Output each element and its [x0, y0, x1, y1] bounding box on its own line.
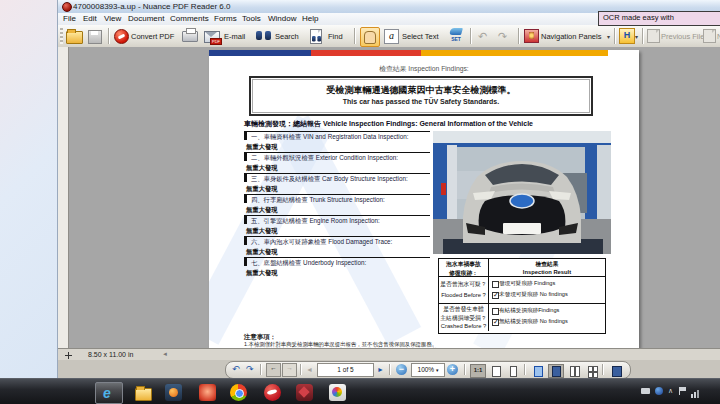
- find-button[interactable]: Find: [328, 32, 343, 41]
- set-tool-icon[interactable]: SET: [448, 28, 464, 42]
- highlight-button[interactable]: H: [619, 28, 635, 44]
- single-page-view-button[interactable]: [530, 364, 546, 378]
- select-text-button[interactable]: Select Text: [402, 32, 439, 41]
- back-icon: ←: [270, 364, 277, 371]
- item-finding: 無重大發現: [246, 227, 277, 236]
- structure-findings-checkbox[interactable]: [492, 308, 499, 315]
- search-button[interactable]: Search: [275, 32, 299, 41]
- undo-icon[interactable]: ↶: [478, 30, 487, 43]
- taskbar-chrome[interactable]: [226, 382, 252, 402]
- item-label: 六、車內泡水可疑跡象檢查 Flood Damaged Trace:: [251, 238, 392, 247]
- continuous-view-button[interactable]: [548, 364, 564, 378]
- separator: [524, 364, 525, 375]
- pan-icon[interactable]: [65, 352, 72, 359]
- rotate-left-icon[interactable]: ↶: [232, 364, 240, 374]
- open-icon[interactable]: [66, 31, 83, 44]
- tray-app-icon[interactable]: [655, 386, 663, 395]
- bracket-icon: [244, 132, 247, 140]
- navigation-panels-icon[interactable]: [524, 29, 539, 43]
- facing-pages-button[interactable]: [566, 364, 582, 378]
- rotate-right-icon[interactable]: ↷: [246, 364, 254, 374]
- continuous-facing-button[interactable]: [584, 364, 600, 378]
- pass-statement-box: 受檢測車輛通過德國萊因中古車安全檢測標準。 This car has passe…: [249, 76, 593, 116]
- item-finding: 無重大發現: [246, 185, 277, 194]
- taskbar-photo-app[interactable]: [195, 382, 221, 402]
- page-indicator-field[interactable]: 1 of 5: [317, 363, 374, 377]
- no-structure-findings-checkbox[interactable]: [492, 319, 499, 326]
- pass-statement-zh: 受檢測車輛通過德國萊因中古車安全檢測標準。: [251, 84, 591, 97]
- crashed-question-zh2: 主結構損壞受損？: [439, 314, 488, 323]
- navigation-panels-caret-icon[interactable]: ▾: [607, 33, 610, 40]
- save-icon[interactable]: [88, 30, 102, 44]
- previous-file-button[interactable]: Previous File: [661, 32, 704, 41]
- menu-forms[interactable]: Forms: [214, 14, 237, 23]
- convert-pdf-button[interactable]: Convert PDF: [131, 32, 174, 41]
- forward-view-button[interactable]: →: [282, 363, 297, 377]
- window-title: 4700008393-a.up - Nuance PDF Reader 6.0: [73, 2, 230, 11]
- previous-page-icon[interactable]: ◄: [306, 366, 313, 373]
- search-icon[interactable]: [256, 31, 271, 41]
- navigation-panels-button[interactable]: Navigation Panels: [541, 32, 601, 41]
- taskbar-app-red[interactable]: [292, 382, 318, 402]
- tray-action-center-icon[interactable]: [679, 386, 687, 395]
- findings-checkbox[interactable]: [492, 281, 499, 288]
- item-label: 二、車輛外觀狀況檢查 Exterior Condition Inspection…: [251, 154, 398, 163]
- menu-window[interactable]: Window: [268, 14, 296, 23]
- page-navigation-bar: ↶ ↷ ← → ◄ 1 of 5 ► − 100% ▾ + 1:1: [225, 361, 631, 379]
- email-button[interactable]: E-mail: [224, 32, 245, 41]
- bottom-strip: ↶ ↷ ← → ◄ 1 of 5 ► − 100% ▾ + 1:1: [58, 360, 720, 378]
- zoom-in-button[interactable]: +: [447, 364, 458, 375]
- next-file-icon[interactable]: [703, 29, 716, 43]
- full-screen-button[interactable]: [608, 364, 624, 378]
- tray-printer-icon[interactable]: [641, 386, 650, 394]
- separator: [518, 28, 519, 44]
- crashed-question-en: Crashed Before ?: [439, 323, 488, 329]
- separator: [108, 28, 109, 44]
- bracket-icon: [244, 258, 247, 266]
- menu-document[interactable]: Document: [128, 14, 164, 23]
- next-page-icon[interactable]: ►: [377, 366, 384, 373]
- menu-file[interactable]: File: [63, 14, 76, 23]
- highlight-caret-icon[interactable]: ▾: [635, 33, 638, 40]
- taskbar-media-player[interactable]: [161, 382, 187, 402]
- tray-show-hidden-icon[interactable]: ∧: [668, 387, 673, 395]
- navigation-panel-edge[interactable]: [58, 47, 69, 348]
- fit-width-button[interactable]: [488, 364, 504, 378]
- pass-statement-en: This car has passed the TÜV Safety Stand…: [251, 98, 591, 105]
- no-findings-checkbox[interactable]: [492, 292, 499, 299]
- redo-icon[interactable]: ↷: [498, 30, 507, 43]
- print-icon[interactable]: [182, 31, 198, 42]
- crashed-question-zh: 是否曾發生車體: [439, 305, 488, 314]
- taskbar-paint-app[interactable]: [325, 382, 351, 402]
- findings-label: 發現可疑痕跡 Findings: [499, 280, 555, 288]
- menu-edit[interactable]: Edit: [83, 14, 97, 23]
- fit-page-button[interactable]: [506, 364, 522, 378]
- taskbar-internet-explorer[interactable]: e: [95, 382, 123, 404]
- hand-tool-button[interactable]: [360, 27, 380, 47]
- structure-findings-label: 有結構受損痕跡Findings: [499, 307, 559, 315]
- inspection-item: 一、車輛資料檢查 VIN and Registration Data Inspe…: [244, 131, 430, 152]
- zoom-out-button[interactable]: −: [396, 364, 407, 375]
- menu-comments[interactable]: Comments: [170, 14, 209, 23]
- taskbar-file-explorer[interactable]: [130, 382, 156, 402]
- find-icon[interactable]: [310, 29, 322, 44]
- menu-view[interactable]: View: [104, 14, 121, 23]
- zoom-level-dropdown[interactable]: 100% ▾: [411, 363, 445, 377]
- inspection-item: 三、車身鈑件及結構檢查 Car Body Structure Inspectio…: [244, 173, 430, 194]
- actual-size-button[interactable]: 1:1: [470, 364, 486, 378]
- convert-pdf-icon[interactable]: [114, 29, 129, 44]
- select-text-icon[interactable]: a: [384, 29, 399, 44]
- taskbar-trend-micro[interactable]: [260, 382, 286, 402]
- pdf-page[interactable]: 檢查結果 Inspection Findings: 受檢測車輛通過德國萊因中古車…: [209, 50, 639, 348]
- scroll-left-icon[interactable]: ◄: [162, 351, 168, 357]
- previous-file-icon[interactable]: [647, 29, 660, 43]
- bracket-icon: [244, 237, 247, 245]
- separator: [300, 364, 301, 375]
- menu-tools[interactable]: Tools: [242, 14, 261, 23]
- email-icon[interactable]: [204, 31, 220, 43]
- header-stripe-blue: [209, 50, 311, 56]
- menu-help[interactable]: Help: [302, 14, 318, 23]
- document-pane[interactable]: 檢查結果 Inspection Findings: 受檢測車輛通過德國萊因中古車…: [58, 47, 720, 348]
- desktop-background: [0, 0, 57, 378]
- back-view-button[interactable]: ←: [266, 363, 281, 377]
